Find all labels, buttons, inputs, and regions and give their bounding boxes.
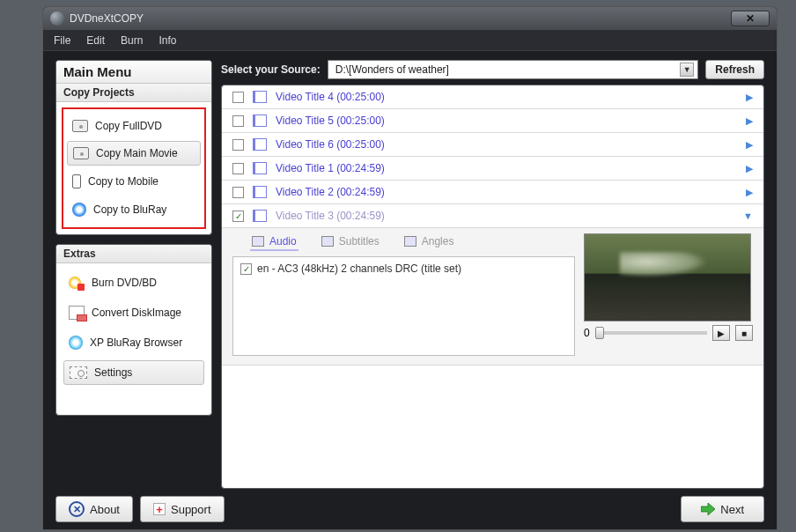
title-list: Video Title 4 (00:25:00) ▶ Video Title 5… (221, 85, 764, 489)
copy-projects-header: Copy Projects (56, 84, 211, 102)
label-copy-bluray: Copy to BluRay (93, 203, 166, 216)
title-row[interactable]: Video Title 4 (00:25:00) ▶ (222, 85, 763, 109)
title-row-selected[interactable]: Video Title 3 (00:24:59) ▼ (222, 204, 763, 228)
close-button[interactable]: ✕ (731, 11, 770, 26)
video-preview (584, 233, 751, 321)
label-xpbluray: XP BluRay Browser (90, 336, 182, 349)
arrow-right-icon (701, 503, 715, 515)
next-label: Next (720, 503, 744, 516)
video-title-icon (253, 115, 267, 127)
audio-track-list: en - AC3 (48kHz) 2 channels DRC (title s… (232, 256, 575, 356)
chevron-down-icon[interactable]: ▼ (680, 63, 694, 77)
app-window: DVDneXtCOPY ✕ File Edit Burn Info Main M… (42, 6, 778, 530)
expand-arrow-icon[interactable]: ▶ (746, 163, 753, 174)
sidebar-item-copy-bluray[interactable]: Copy to BluRay (67, 197, 201, 222)
video-title-icon (253, 91, 267, 103)
video-title-icon (253, 162, 267, 174)
sidebar-item-burn[interactable]: Burn DVD/BD (63, 270, 204, 295)
sidebar-item-copy-fulldvd[interactable]: Copy FullDVD (67, 115, 201, 137)
title-label: Video Title 5 (00:25:00) (276, 115, 737, 127)
title-label: Video Title 4 (00:25:00) (276, 91, 737, 103)
expand-arrow-icon[interactable]: ▶ (746, 139, 753, 151)
support-button[interactable]: + Support (140, 496, 225, 522)
video-title-icon (253, 138, 267, 151)
footer: ✕ About + Support Next (55, 496, 764, 522)
refresh-button[interactable]: Refresh (705, 60, 764, 79)
menu-info[interactable]: Info (158, 34, 176, 47)
title-row[interactable]: Video Title 5 (00:25:00) ▶ (222, 109, 763, 133)
audio-track-label: en - AC3 (48kHz) 2 channels DRC (title s… (257, 262, 461, 275)
audio-checkbox[interactable] (240, 263, 252, 275)
slider-start-label: 0 (584, 327, 590, 339)
about-label: About (90, 503, 120, 516)
tab-angles-label: Angles (422, 235, 454, 248)
mainmovie-icon (73, 147, 89, 159)
title-checkbox[interactable] (232, 211, 244, 222)
preview-slider[interactable] (595, 331, 707, 335)
title-checkbox[interactable] (232, 187, 244, 198)
detail-tabs: Audio Subtitles Angles (232, 233, 575, 251)
stop-button[interactable]: ■ (735, 325, 753, 341)
audio-tab-icon (252, 236, 264, 247)
menu-burn[interactable]: Burn (121, 34, 143, 47)
title-checkbox[interactable] (232, 139, 244, 151)
title-label: Video Title 1 (00:24:59) (276, 162, 737, 174)
label-burn: Burn DVD/BD (92, 277, 157, 289)
app-title: DVDneXtCOPY (70, 12, 726, 25)
source-select[interactable]: D:\[Wonders of weather] ▼ (328, 60, 699, 79)
tab-audio[interactable]: Audio (250, 233, 298, 251)
label-copy-mobile: Copy to Mobile (88, 175, 158, 188)
support-icon: + (153, 503, 166, 515)
title-checkbox[interactable] (232, 163, 244, 174)
angles-tab-icon (404, 236, 416, 247)
sidebar-item-settings[interactable]: Settings (63, 360, 204, 385)
expand-arrow-icon[interactable]: ▶ (746, 115, 753, 127)
tab-angles[interactable]: Angles (402, 233, 456, 251)
title-checkbox[interactable] (232, 92, 244, 103)
tab-subtitles[interactable]: Subtitles (320, 233, 381, 251)
title-row[interactable]: Video Title 1 (00:24:59) ▶ (222, 157, 763, 181)
sidebar-item-copy-mainmovie[interactable]: Copy Main Movie (67, 141, 201, 166)
title-row[interactable]: Video Title 2 (00:24:59) ▶ (222, 181, 763, 204)
menu-file[interactable]: File (54, 34, 70, 47)
svg-marker-0 (701, 503, 715, 515)
menubar: File Edit Burn Info (43, 30, 777, 51)
sidebar-item-copy-mobile[interactable]: Copy to Mobile (67, 169, 201, 194)
mobile-icon (72, 174, 81, 188)
settings-icon (70, 366, 87, 379)
title-label: Video Title 2 (00:24:59) (276, 186, 737, 198)
main-area: Select your Source: D:\[Wonders of weath… (221, 60, 764, 489)
about-button[interactable]: ✕ About (55, 496, 133, 522)
xpbluray-icon (69, 336, 83, 350)
convert-icon (69, 306, 85, 320)
tab-audio-label: Audio (269, 235, 297, 248)
sidebar-item-xpbluray[interactable]: XP BluRay Browser (63, 330, 204, 355)
label-settings: Settings (94, 366, 132, 379)
source-row: Select your Source: D:\[Wonders of weath… (221, 60, 764, 79)
app-icon (50, 11, 64, 26)
sidebar-item-convert[interactable]: Convert DiskImage (63, 300, 204, 325)
video-title-icon (253, 210, 267, 222)
title-row[interactable]: Video Title 6 (00:25:00) ▶ (222, 133, 763, 157)
expand-arrow-icon[interactable]: ▶ (746, 187, 753, 198)
tab-subtitles-label: Subtitles (339, 235, 380, 248)
expand-arrow-icon[interactable]: ▶ (746, 92, 753, 103)
label-copy-fulldvd: Copy FullDVD (95, 120, 162, 132)
title-checkbox[interactable] (232, 115, 244, 127)
sidebar: Main Menu Copy Projects Copy FullDVD Cop… (55, 60, 212, 489)
preview-slider-row: 0 ▶ ■ (584, 325, 753, 341)
slider-handle-icon[interactable] (595, 327, 604, 339)
support-label: Support (171, 503, 211, 516)
refresh-label: Refresh (715, 63, 755, 76)
title-detail: Audio Subtitles Angles (222, 228, 763, 366)
source-value: D:\[Wonders of weather] (335, 63, 449, 76)
collapse-arrow-icon[interactable]: ▼ (743, 211, 753, 221)
audio-track-row[interactable]: en - AC3 (48kHz) 2 channels DRC (title s… (240, 262, 567, 275)
main-menu-panel: Main Menu Copy Projects Copy FullDVD Cop… (55, 60, 212, 235)
about-icon: ✕ (69, 501, 85, 517)
play-button[interactable]: ▶ (712, 325, 730, 341)
main-menu-header: Main Menu (56, 61, 211, 84)
label-convert: Convert DiskImage (92, 307, 181, 319)
menu-edit[interactable]: Edit (86, 34, 105, 47)
next-button[interactable]: Next (681, 496, 764, 522)
